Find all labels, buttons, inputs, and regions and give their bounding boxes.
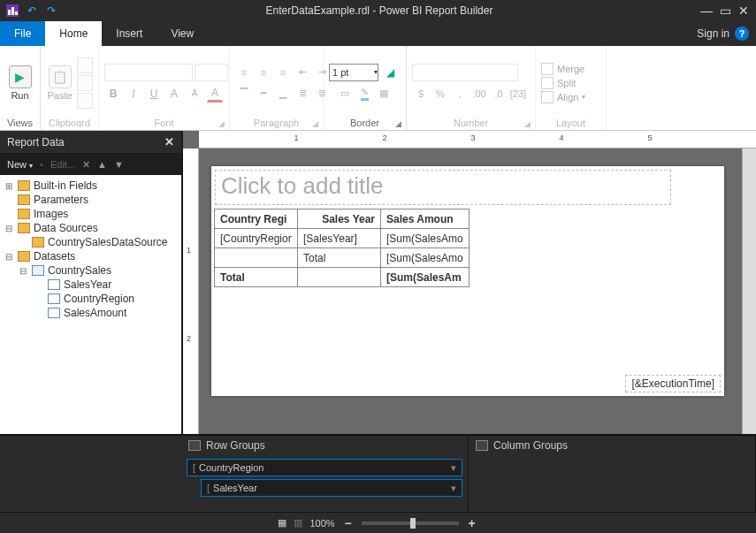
minimize-icon[interactable]: — [700,4,713,18]
paste-button[interactable]: 📋Paste [46,54,73,112]
cell-r2c2[interactable]: Total [298,248,381,268]
placeholder-button[interactable]: [23] [509,85,527,103]
currency-button[interactable]: $ [412,85,430,103]
number-format-select[interactable] [412,64,518,81]
delete-icon[interactable]: ✕ [82,159,90,171]
tree-builtin[interactable]: ⊞Built-in Fields [2,179,179,193]
folder-icon [18,194,30,205]
indent-dec-button[interactable]: ⇤ [294,64,311,81]
move-up-icon[interactable]: ▲ [97,159,107,170]
align-button[interactable]: Align ▾ [541,91,585,103]
col-header-1[interactable]: Country Regi [215,209,298,229]
tree-datasource-item[interactable]: CountrySalesDataSource [2,235,179,249]
align-left-button[interactable]: ≡ [235,64,253,81]
cell-r1c2[interactable]: [SalesYear] [298,229,381,248]
execution-time-placeholder[interactable]: [&ExecutionTime] [625,375,721,392]
print-layout-icon[interactable]: ▥ [294,517,302,529]
font-dialog-launcher[interactable]: ◢ [218,119,227,128]
run-button[interactable]: ▶Run [5,54,34,112]
cell-r3c1[interactable]: Total [215,268,298,287]
format-painter-button[interactable] [77,93,93,109]
increase-decimal-button[interactable]: .00 [470,85,488,103]
new-menu[interactable]: New ▾ [7,159,33,170]
percent-button[interactable]: % [431,85,449,103]
svg-rect-3 [15,11,18,15]
tree-dataset-item[interactable]: ⊟CountrySales [2,263,179,278]
col-header-3[interactable]: Sales Amoun [381,209,470,229]
fill-color-button[interactable]: ◢ [380,64,400,81]
panel-close-icon[interactable]: ✕ [164,135,174,148]
underline-button[interactable]: U [145,85,163,103]
report-page[interactable]: Click to add title Country Regi Sales Ye… [211,166,724,396]
shrink-font-button[interactable]: A [186,85,203,103]
close-icon[interactable]: ✕ [738,4,749,18]
tree-datasources[interactable]: ⊟Data Sources [2,221,179,235]
copy-button[interactable] [77,75,93,91]
zoom-in-button[interactable]: + [466,516,478,530]
merge-button[interactable]: Merge [541,63,585,75]
cell-r3c2[interactable] [298,268,381,287]
valign-mid-button[interactable]: ━ [255,85,272,103]
border-color-button[interactable]: ✎ [355,85,373,103]
tab-insert[interactable]: Insert [102,21,157,46]
comma-button[interactable]: , [451,85,469,103]
font-family-select[interactable] [104,64,193,81]
cell-r1c1[interactable]: [CountryRegior [215,229,298,248]
maximize-icon[interactable]: ▭ [720,4,731,18]
grow-font-button[interactable]: A [165,85,183,103]
groups-panel: Row Groups [CountryRegion▾ [SalesYear▾ C… [0,434,756,512]
undo-icon[interactable]: ↶ [25,4,39,18]
chevron-down-icon[interactable]: ▾ [451,462,456,474]
border-style-button[interactable]: ▭ [336,85,354,103]
tree-field-countryregion[interactable]: CountryRegion [2,292,179,306]
col-header-2[interactable]: Sales Year [298,209,381,229]
vertical-scrollbar[interactable] [742,148,756,434]
tab-file[interactable]: File [0,21,45,46]
zoom-slider[interactable] [362,522,459,525]
matrix-table[interactable]: Country Regi Sales Year Sales Amoun [Cou… [214,209,470,287]
border-width-select[interactable]: 1 pt▾ [329,64,378,81]
cell-r2c3[interactable]: [Sum(SalesAmo [381,248,470,268]
border-dialog-launcher[interactable]: ◢ [395,119,404,128]
font-color-button[interactable]: A [206,85,224,103]
tree-field-salesamount[interactable]: SalesAmount [2,306,179,320]
title-placeholder[interactable]: Click to add title [215,170,671,205]
row-group-countryregion[interactable]: [CountryRegion▾ [187,459,462,476]
bullets-button[interactable]: ≣ [294,85,311,103]
bold-button[interactable]: B [104,85,122,103]
view-mode-icon[interactable]: ▦ [278,517,286,529]
valign-bot-button[interactable]: ▁ [274,85,292,103]
tab-view[interactable]: View [157,21,208,46]
paragraph-dialog-launcher[interactable]: ◢ [312,119,321,128]
split-button[interactable]: Split [541,77,585,89]
chevron-down-icon[interactable]: ▾ [451,483,456,494]
italic-button[interactable]: I [125,85,142,103]
valign-top-button[interactable]: ▔ [235,85,253,103]
cell-r3c3[interactable]: [Sum(SalesAm [381,268,470,287]
align-right-button[interactable]: ≡ [274,64,292,81]
tree-images[interactable]: Images [2,207,179,221]
align-center-button[interactable]: ≡ [255,64,272,81]
col-groups-icon [476,440,488,451]
column-groups-label: Column Groups [493,439,568,452]
edit-button[interactable]: Edit... [50,159,75,170]
font-size-select[interactable] [195,64,228,81]
signin-link[interactable]: Sign in [697,27,729,40]
border-preset-button[interactable]: ▦ [375,85,393,103]
tree-datasets[interactable]: ⊟Datasets [2,249,179,263]
row-group-salesyear[interactable]: [SalesYear▾ [201,479,462,497]
cell-r1c3[interactable]: [Sum(SalesAmo [381,229,470,248]
cell-r2c1[interactable] [215,248,298,268]
zoom-out-button[interactable]: − [342,516,355,530]
redo-icon[interactable]: ↷ [44,4,58,18]
decrease-decimal-button[interactable]: .0 [490,85,508,103]
zoom-level[interactable]: 100% [309,518,334,529]
vertical-ruler: 1 2 [183,148,199,434]
tab-home[interactable]: Home [45,21,102,46]
help-icon[interactable]: ? [735,27,749,41]
move-down-icon[interactable]: ▼ [114,159,124,170]
cut-button[interactable] [77,57,93,73]
tree-field-salesyear[interactable]: SalesYear [2,278,179,292]
number-dialog-launcher[interactable]: ◢ [524,119,533,128]
tree-parameters[interactable]: Parameters [2,193,179,207]
